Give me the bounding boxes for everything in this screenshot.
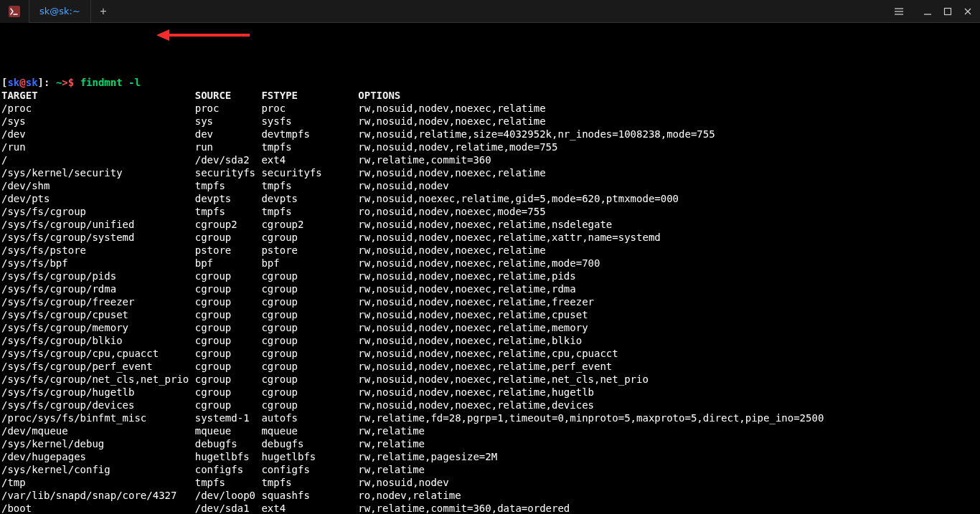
cell-fstype: cgroup (261, 309, 358, 320)
cell-options: rw,nosuid,nodev,noexec,relatime,cpuset (358, 309, 588, 320)
cell-options: rw,nosuid,nodev,noexec,relatime (358, 167, 545, 179)
cell-source: run (195, 141, 262, 153)
cell-options: rw,relatime,commit=360 (358, 154, 491, 166)
table-row: /dev dev devtmpfs rw,nosuid,relatime,siz… (1, 128, 979, 141)
cell-target: /sys/kernel/security (1, 167, 195, 179)
table-row: /tmp tmpfs tmpfs rw,nosuid,nodev (1, 476, 979, 489)
cell-options: rw,relatime,fd=28,pgrp=1,timeout=0,minpr… (358, 412, 824, 424)
cell-options: rw,relatime,commit=360,data=ordered (358, 503, 570, 514)
table-row: /sys/fs/bpf bpf bpf rw,nosuid,nodev,noex… (1, 257, 979, 270)
cell-fstype: cgroup (261, 322, 358, 333)
table-row: /dev/mqueue mqueue mqueue rw,relatime (1, 424, 979, 437)
maximize-button[interactable] (938, 2, 957, 21)
cell-source: cgroup (195, 361, 262, 372)
svg-rect-0 (9, 6, 20, 17)
cell-fstype: tmpfs (261, 477, 358, 488)
cell-fstype: tmpfs (261, 180, 358, 191)
cell-source: /dev/sda2 (195, 154, 262, 166)
cell-options: rw,nosuid,nodev,noexec,relatime,net_cls,… (358, 373, 649, 385)
table-row: /var/lib/snapd/snap/core/4327 /dev/loop0… (1, 489, 979, 502)
cell-fstype: autofs (261, 412, 358, 424)
header-row: TARGET SOURCE FSTYPE OPTIONS (1, 89, 979, 102)
cell-source: tmpfs (195, 206, 262, 217)
cell-fstype: debugfs (261, 438, 358, 449)
cell-fstype: devtmpfs (261, 128, 358, 140)
cell-source: /dev/loop0 (195, 490, 262, 501)
cell-source: cgroup (195, 296, 262, 308)
cell-target: /proc/sys/fs/binfmt_misc (1, 412, 195, 424)
cell-source: cgroup (195, 270, 262, 282)
table-row: /sys/fs/cgroup/rdma cgroup cgroup rw,nos… (1, 282, 979, 295)
table-row: /boot /dev/sda1 ext4 rw,relatime,commit=… (1, 502, 979, 514)
cell-options: rw,relatime,pagesize=2M (358, 451, 497, 462)
cell-source: devpts (195, 193, 262, 204)
cell-target: /sys/fs/cgroup/rdma (1, 283, 195, 295)
minimize-button[interactable] (918, 2, 937, 21)
prompt-close: ] (38, 77, 44, 88)
cell-fstype: pstore (261, 244, 358, 256)
cell-fstype: squashfs (261, 490, 358, 501)
cell-options: rw,nosuid,nodev,noexec,relatime,blkio (358, 335, 582, 346)
cell-source: pstore (195, 244, 262, 256)
table-row: /sys/kernel/debug debugfs debugfs rw,rel… (1, 437, 979, 450)
cell-target: /sys/fs/cgroup/memory (1, 322, 195, 333)
cell-options: rw,relatime (358, 425, 425, 437)
cell-fstype: cgroup (261, 270, 358, 282)
table-row: /dev/hugepages hugetlbfs hugetlbfs rw,re… (1, 450, 979, 463)
table-row: /sys/fs/cgroup/systemd cgroup cgroup rw,… (1, 231, 979, 244)
cell-target: /tmp (1, 477, 195, 488)
cell-fstype: cgroup (261, 232, 358, 243)
terminal-icon (9, 6, 20, 17)
cell-target: /proc (1, 103, 195, 114)
prompt-ps: >$ (62, 77, 80, 88)
table-row: /sys/fs/cgroup tmpfs tmpfs ro,nosuid,nod… (1, 205, 979, 218)
cell-options: rw,nosuid,nodev,noexec,relatime (358, 103, 545, 114)
cell-target: /dev (1, 128, 195, 140)
cell-source: cgroup (195, 322, 262, 333)
new-tab-button[interactable]: + (91, 0, 116, 23)
cell-fstype: cgroup2 (261, 219, 358, 230)
cell-source: cgroup (195, 386, 262, 398)
cell-source: cgroup (195, 309, 262, 320)
cell-target: /dev/shm (1, 180, 195, 191)
close-button[interactable] (958, 2, 977, 21)
prompt-colon: : (44, 77, 56, 88)
cell-fstype: cgroup (261, 386, 358, 398)
cell-options: rw,nosuid,nodev,noexec,relatime,nsdelega… (358, 219, 612, 230)
cell-target: / (1, 154, 195, 166)
cell-target: /sys/fs/cgroup/systemd (1, 232, 195, 243)
header-options: OPTIONS (358, 90, 400, 101)
table-row: /sys/fs/pstore pstore pstore rw,nosuid,n… (1, 244, 979, 257)
tab-terminal[interactable]: sk@sk:~ (29, 0, 91, 23)
table-row: / /dev/sda2 ext4 rw,relatime,commit=360 (1, 153, 979, 166)
cell-fstype: ext4 (261, 503, 358, 514)
menu-button[interactable] (890, 2, 908, 21)
cell-source: bpf (195, 257, 262, 269)
cell-target: /run (1, 141, 195, 153)
cell-options: rw,nosuid,nodev,noexec,relatime (358, 115, 545, 127)
cell-fstype: cgroup (261, 296, 358, 308)
prompt-at: @ (19, 77, 25, 88)
cell-target: /sys/fs/cgroup/perf_event (1, 361, 195, 372)
table-row: /proc/sys/fs/binfmt_misc systemd-1 autof… (1, 411, 979, 424)
cell-source: cgroup (195, 373, 262, 385)
cell-source: mqueue (195, 425, 262, 437)
cell-options: rw,nosuid,nodev,noexec,relatime,rdma (358, 283, 575, 295)
cell-fstype: mqueue (261, 425, 358, 437)
cell-options: rw,nosuid,nodev,noexec,relatime (358, 244, 545, 256)
cell-source: securityfs (195, 167, 262, 179)
cell-options: rw,relatime (358, 438, 425, 449)
tab-app-icon[interactable] (0, 0, 29, 23)
cell-source: sys (195, 115, 262, 127)
cell-target: /sys/fs/cgroup/hugetlb (1, 386, 195, 398)
terminal-area[interactable]: [sk@sk]: ~>$ findmnt -lTARGET SOURCE FST… (0, 23, 980, 514)
cell-fstype: bpf (261, 257, 358, 269)
cell-source: /dev/sda1 (195, 503, 262, 514)
titlebar: sk@sk:~ + (0, 0, 980, 23)
cell-options: rw,nosuid,nodev (358, 477, 448, 488)
table-row: /sys/fs/cgroup/pids cgroup cgroup rw,nos… (1, 270, 979, 282)
table-row: /dev/shm tmpfs tmpfs rw,nosuid,nodev (1, 179, 979, 192)
cell-options: rw,nosuid,relatime,size=4032952k,nr_inod… (358, 128, 715, 140)
cell-source: systemd-1 (195, 412, 262, 424)
cell-fstype: cgroup (261, 361, 358, 372)
